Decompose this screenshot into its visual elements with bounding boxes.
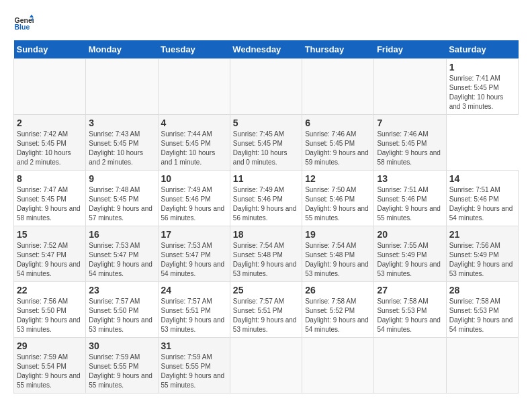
day-number: 14 bbox=[449, 173, 515, 184]
day-info: Sunrise: 7:56 AMSunset: 5:50 PMDaylight:… bbox=[17, 297, 83, 334]
day-number: 10 bbox=[161, 173, 227, 184]
calendar-day-16: 16Sunrise: 7:53 AMSunset: 5:47 PMDayligh… bbox=[86, 226, 158, 282]
day-number: 23 bbox=[89, 285, 154, 295]
day-number: 30 bbox=[89, 340, 154, 351]
calendar-day-2: 2Sunrise: 7:42 AMSunset: 5:45 PMDaylight… bbox=[14, 115, 86, 171]
day-info: Sunrise: 7:57 AMSunset: 5:50 PMDaylight:… bbox=[89, 297, 154, 334]
calendar-day-19: 19Sunrise: 7:54 AMSunset: 5:48 PMDayligh… bbox=[302, 226, 374, 282]
calendar-day-6: 6Sunrise: 7:46 AMSunset: 5:45 PMDaylight… bbox=[302, 115, 374, 171]
day-number: 9 bbox=[89, 173, 154, 184]
day-info: Sunrise: 7:51 AMSunset: 5:46 PMDaylight:… bbox=[449, 185, 515, 223]
calendar-day-23: 23Sunrise: 7:57 AMSunset: 5:50 PMDayligh… bbox=[86, 282, 158, 338]
empty-cell bbox=[302, 59, 374, 115]
header-sunday: Sunday bbox=[14, 40, 86, 59]
day-info: Sunrise: 7:51 AMSunset: 5:46 PMDaylight:… bbox=[377, 185, 443, 223]
calendar-day-9: 9Sunrise: 7:48 AMSunset: 5:45 PMDaylight… bbox=[86, 171, 158, 226]
day-info: Sunrise: 7:46 AMSunset: 5:45 PMDaylight:… bbox=[305, 130, 371, 167]
empty-cell bbox=[302, 338, 374, 394]
day-info: Sunrise: 7:59 AMSunset: 5:55 PMDaylight:… bbox=[161, 353, 227, 390]
empty-cell bbox=[230, 59, 302, 115]
calendar-week-3: 8Sunrise: 7:47 AMSunset: 5:45 PMDaylight… bbox=[14, 171, 519, 226]
empty-cell bbox=[374, 338, 446, 394]
day-number: 5 bbox=[233, 118, 299, 128]
calendar-day-13: 13Sunrise: 7:51 AMSunset: 5:46 PMDayligh… bbox=[374, 171, 446, 226]
calendar-day-8: 8Sunrise: 7:47 AMSunset: 5:45 PMDaylight… bbox=[14, 171, 86, 226]
calendar-day-7: 7Sunrise: 7:46 AMSunset: 5:45 PMDaylight… bbox=[374, 115, 446, 171]
day-number: 29 bbox=[17, 340, 83, 351]
day-number: 6 bbox=[305, 118, 371, 128]
day-number: 25 bbox=[233, 285, 299, 295]
header-tuesday: Tuesday bbox=[158, 40, 230, 59]
day-number: 15 bbox=[17, 229, 83, 240]
day-info: Sunrise: 7:56 AMSunset: 5:49 PMDaylight:… bbox=[449, 241, 515, 279]
calendar-day-27: 27Sunrise: 7:58 AMSunset: 5:53 PMDayligh… bbox=[374, 282, 446, 338]
day-info: Sunrise: 7:57 AMSunset: 5:51 PMDaylight:… bbox=[161, 297, 227, 334]
day-number: 21 bbox=[449, 229, 515, 240]
day-number: 27 bbox=[377, 285, 443, 295]
empty-cell bbox=[374, 59, 446, 115]
day-number: 20 bbox=[377, 229, 443, 240]
day-number: 13 bbox=[377, 173, 443, 184]
calendar-day-30: 30Sunrise: 7:59 AMSunset: 5:55 PMDayligh… bbox=[86, 338, 158, 394]
day-info: Sunrise: 7:49 AMSunset: 5:46 PMDaylight:… bbox=[161, 185, 227, 223]
header-saturday: Saturday bbox=[446, 40, 518, 59]
calendar-day-5: 5Sunrise: 7:45 AMSunset: 5:45 PMDaylight… bbox=[230, 115, 302, 171]
calendar-table: SundayMondayTuesdayWednesdayThursdayFrid… bbox=[13, 40, 519, 394]
day-info: Sunrise: 7:58 AMSunset: 5:53 PMDaylight:… bbox=[377, 297, 443, 334]
day-info: Sunrise: 7:54 AMSunset: 5:48 PMDaylight:… bbox=[305, 241, 371, 279]
day-info: Sunrise: 7:59 AMSunset: 5:54 PMDaylight:… bbox=[17, 353, 83, 390]
day-info: Sunrise: 7:44 AMSunset: 5:45 PMDaylight:… bbox=[161, 130, 227, 167]
day-number: 31 bbox=[161, 340, 227, 351]
day-info: Sunrise: 7:58 AMSunset: 5:52 PMDaylight:… bbox=[305, 297, 371, 334]
day-number: 28 bbox=[449, 285, 515, 295]
day-info: Sunrise: 7:55 AMSunset: 5:49 PMDaylight:… bbox=[377, 241, 443, 279]
header-thursday: Thursday bbox=[302, 40, 374, 59]
day-number: 4 bbox=[161, 118, 227, 128]
day-info: Sunrise: 7:49 AMSunset: 5:46 PMDaylight:… bbox=[233, 185, 299, 223]
calendar-week-6: 29Sunrise: 7:59 AMSunset: 5:54 PMDayligh… bbox=[14, 338, 519, 394]
day-info: Sunrise: 7:53 AMSunset: 5:47 PMDaylight:… bbox=[89, 241, 154, 279]
calendar-day-17: 17Sunrise: 7:53 AMSunset: 5:47 PMDayligh… bbox=[158, 226, 230, 282]
day-number: 19 bbox=[305, 229, 371, 240]
header-friday: Friday bbox=[374, 40, 446, 59]
empty-cell bbox=[86, 59, 158, 115]
calendar-day-21: 21Sunrise: 7:56 AMSunset: 5:49 PMDayligh… bbox=[446, 226, 518, 282]
calendar-day-24: 24Sunrise: 7:57 AMSunset: 5:51 PMDayligh… bbox=[158, 282, 230, 338]
day-info: Sunrise: 7:46 AMSunset: 5:45 PMDaylight:… bbox=[377, 130, 443, 167]
calendar-day-28: 28Sunrise: 7:58 AMSunset: 5:53 PMDayligh… bbox=[446, 282, 518, 338]
day-number: 22 bbox=[17, 285, 83, 295]
empty-cell bbox=[14, 59, 86, 115]
page-header: General Blue bbox=[13, 13, 519, 34]
day-info: Sunrise: 7:59 AMSunset: 5:55 PMDaylight:… bbox=[89, 353, 154, 390]
calendar-day-15: 15Sunrise: 7:52 AMSunset: 5:47 PMDayligh… bbox=[14, 226, 86, 282]
calendar-day-26: 26Sunrise: 7:58 AMSunset: 5:52 PMDayligh… bbox=[302, 282, 374, 338]
day-info: Sunrise: 7:47 AMSunset: 5:45 PMDaylight:… bbox=[17, 185, 83, 223]
calendar-header-row: SundayMondayTuesdayWednesdayThursdayFrid… bbox=[14, 40, 519, 59]
calendar-day-22: 22Sunrise: 7:56 AMSunset: 5:50 PMDayligh… bbox=[14, 282, 86, 338]
calendar-day-20: 20Sunrise: 7:55 AMSunset: 5:49 PMDayligh… bbox=[374, 226, 446, 282]
calendar-week-4: 15Sunrise: 7:52 AMSunset: 5:47 PMDayligh… bbox=[14, 226, 519, 282]
day-info: Sunrise: 7:43 AMSunset: 5:45 PMDaylight:… bbox=[89, 130, 154, 167]
svg-text:Blue: Blue bbox=[15, 23, 30, 31]
calendar-day-25: 25Sunrise: 7:57 AMSunset: 5:51 PMDayligh… bbox=[230, 282, 302, 338]
day-number: 11 bbox=[233, 173, 299, 184]
day-info: Sunrise: 7:53 AMSunset: 5:47 PMDaylight:… bbox=[161, 241, 227, 279]
day-number: 17 bbox=[161, 229, 227, 240]
empty-cell bbox=[230, 338, 302, 394]
logo-icon: General Blue bbox=[13, 13, 34, 34]
calendar-day-14: 14Sunrise: 7:51 AMSunset: 5:46 PMDayligh… bbox=[446, 171, 518, 226]
calendar-day-11: 11Sunrise: 7:49 AMSunset: 5:46 PMDayligh… bbox=[230, 171, 302, 226]
day-info: Sunrise: 7:50 AMSunset: 5:46 PMDaylight:… bbox=[305, 185, 371, 223]
day-info: Sunrise: 7:48 AMSunset: 5:45 PMDaylight:… bbox=[89, 185, 154, 223]
day-number: 8 bbox=[17, 173, 83, 184]
day-number: 3 bbox=[89, 118, 154, 128]
day-info: Sunrise: 7:52 AMSunset: 5:47 PMDaylight:… bbox=[17, 241, 83, 279]
header-monday: Monday bbox=[86, 40, 158, 59]
day-number: 24 bbox=[161, 285, 227, 295]
calendar-week-5: 22Sunrise: 7:56 AMSunset: 5:50 PMDayligh… bbox=[14, 282, 519, 338]
empty-cell bbox=[158, 59, 230, 115]
logo: General Blue bbox=[13, 13, 34, 34]
day-number: 12 bbox=[305, 173, 371, 184]
day-number: 1 bbox=[449, 62, 515, 73]
day-info: Sunrise: 7:42 AMSunset: 5:45 PMDaylight:… bbox=[17, 130, 83, 167]
